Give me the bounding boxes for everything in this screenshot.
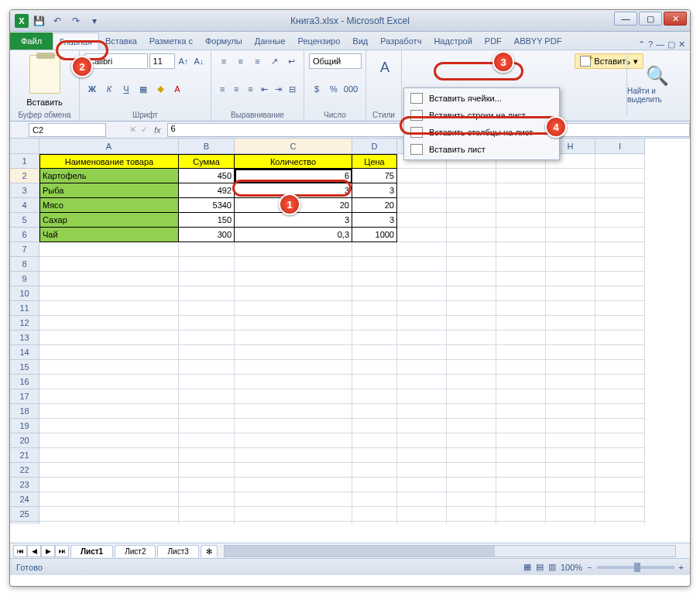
cell[interactable] (546, 389, 595, 404)
cell[interactable] (546, 183, 595, 198)
cell[interactable] (447, 404, 496, 419)
cell[interactable] (595, 316, 645, 331)
cell[interactable] (352, 507, 397, 522)
cell[interactable] (235, 301, 352, 316)
row-header[interactable]: 2 (10, 169, 39, 183)
cell[interactable] (179, 419, 235, 433)
cell[interactable] (447, 272, 496, 286)
cell[interactable] (546, 522, 595, 524)
cell[interactable] (546, 272, 595, 286)
tab-abbyy[interactable]: ABBYY PDF (508, 33, 568, 50)
cell[interactable] (546, 507, 595, 522)
name-box[interactable]: C2 (29, 123, 106, 137)
wrap-icon[interactable]: ↩ (283, 53, 299, 69)
cell[interactable] (595, 183, 645, 198)
cell[interactable] (496, 331, 546, 345)
workbook-close-icon[interactable]: ✕ (678, 39, 685, 50)
styles-icon[interactable]: A (371, 53, 399, 81)
orientation-icon[interactable]: ↗ (266, 53, 282, 69)
row-header[interactable]: 16 (10, 375, 39, 389)
cell[interactable] (496, 213, 546, 228)
cell[interactable] (595, 522, 645, 524)
cell[interactable] (447, 507, 496, 522)
cell[interactable] (352, 301, 397, 316)
bold-icon[interactable]: Ж (84, 81, 100, 97)
cell[interactable] (39, 375, 179, 389)
cell[interactable] (447, 419, 496, 433)
underline-icon[interactable]: Ч (118, 81, 134, 97)
cell[interactable] (235, 404, 352, 419)
cell[interactable] (397, 242, 447, 257)
cell[interactable] (496, 507, 546, 522)
cell[interactable] (447, 228, 496, 242)
cell[interactable] (179, 507, 235, 522)
cell[interactable] (496, 492, 546, 507)
cell[interactable] (447, 242, 496, 257)
cell[interactable] (447, 433, 496, 448)
minimize-button[interactable]: — (614, 12, 637, 26)
cell[interactable] (235, 331, 352, 345)
cell[interactable] (39, 463, 179, 478)
cell[interactable] (496, 301, 546, 316)
cell[interactable] (447, 213, 496, 228)
cell[interactable] (352, 433, 397, 448)
font-name-combo[interactable]: Calibri (84, 53, 148, 69)
cell[interactable]: Сумма (179, 154, 235, 169)
qat-undo-icon[interactable]: ↶ (49, 13, 66, 29)
grow-font-icon[interactable]: A↑ (177, 53, 190, 69)
cell[interactable] (546, 213, 595, 228)
row-header[interactable]: 12 (10, 316, 39, 331)
cell[interactable] (595, 360, 645, 375)
cell[interactable] (595, 242, 645, 257)
paste-button[interactable]: Вставить (15, 98, 74, 107)
cell[interactable] (179, 331, 235, 345)
cell[interactable] (235, 492, 352, 507)
cell[interactable] (39, 345, 179, 360)
row-header[interactable]: 19 (10, 419, 39, 433)
cell[interactable] (447, 375, 496, 389)
cell[interactable] (397, 272, 447, 286)
row-header[interactable]: 3 (10, 183, 39, 198)
cell[interactable] (235, 433, 352, 448)
cell[interactable] (179, 316, 235, 331)
row-header[interactable]: 25 (10, 507, 39, 522)
cell[interactable] (496, 375, 546, 389)
cell[interactable] (595, 448, 645, 463)
sheet-nav-prev-icon[interactable]: ◀ (27, 545, 41, 557)
align-bot-icon[interactable]: ≡ (250, 53, 266, 69)
row-header[interactable]: 17 (10, 389, 39, 404)
tab-formulas[interactable]: Формулы (199, 33, 249, 50)
comma-icon[interactable]: 000 (343, 81, 359, 97)
cell[interactable] (235, 272, 352, 286)
row-header[interactable]: 1 (10, 154, 39, 169)
horizontal-scrollbar[interactable] (224, 545, 676, 557)
zoom-slider[interactable] (597, 566, 674, 569)
cell[interactable] (447, 169, 496, 183)
cell[interactable] (595, 463, 645, 478)
active-cell[interactable]: 6 (235, 169, 352, 183)
cell[interactable] (595, 433, 645, 448)
tab-addins[interactable]: Надстрой (427, 33, 478, 50)
cell[interactable] (39, 419, 179, 433)
cell[interactable] (546, 345, 595, 360)
cell[interactable] (447, 448, 496, 463)
cell[interactable] (352, 522, 397, 524)
row-header[interactable]: 9 (10, 272, 39, 286)
cell[interactable]: 5340 (179, 198, 235, 213)
cell[interactable]: 3 (235, 213, 352, 228)
currency-icon[interactable]: $ (309, 81, 324, 97)
cell[interactable] (235, 448, 352, 463)
cell[interactable] (397, 478, 447, 492)
cell[interactable] (352, 404, 397, 419)
cell[interactable] (447, 522, 496, 524)
zoom-level[interactable]: 100% (561, 563, 582, 572)
qat-save-icon[interactable]: 💾 (30, 13, 47, 29)
cell[interactable] (496, 478, 546, 492)
cell[interactable] (546, 360, 595, 375)
cell[interactable] (352, 463, 397, 478)
col-header[interactable]: I (595, 139, 645, 154)
cell[interactable] (39, 433, 179, 448)
cell[interactable] (546, 419, 595, 433)
zoom-in-icon[interactable]: + (679, 563, 684, 572)
cell[interactable] (39, 507, 179, 522)
